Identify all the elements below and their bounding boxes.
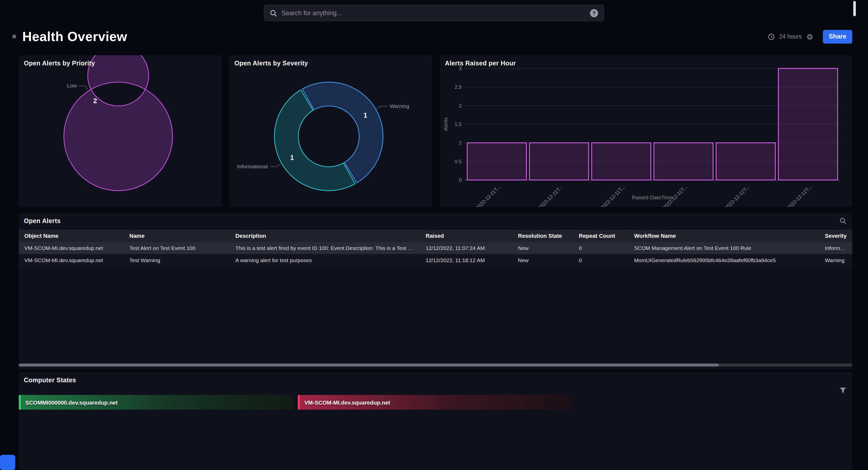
scrollbar-thumb[interactable] xyxy=(19,364,719,367)
chart-text: Informational xyxy=(237,164,268,169)
gear-icon[interactable]: ⚙ xyxy=(806,33,813,40)
chart-text: 2022-12-11T... xyxy=(537,184,564,207)
column-header[interactable]: Name xyxy=(124,233,230,239)
column-header[interactable]: Workflow Name xyxy=(628,233,819,239)
search-input[interactable] xyxy=(282,9,585,16)
table-search-icon[interactable] xyxy=(840,217,846,224)
panel-title: Computer States xyxy=(24,377,76,384)
bar-segment[interactable] xyxy=(529,143,588,180)
table-cell: New xyxy=(513,245,573,251)
chart-text: 0 xyxy=(459,177,462,183)
chart-text: 1 xyxy=(364,111,367,119)
table-cell: This is a test alert fired by event ID 1… xyxy=(230,245,420,251)
alerts-table-body: VM-SCOM-MI.dev.squaredup.netTest Alert o… xyxy=(19,242,852,266)
bar-segment[interactable] xyxy=(716,143,775,180)
bar-segment[interactable] xyxy=(778,68,838,180)
table-cell: MomUIGeneratedRuleb562995bfc464e28aafef6… xyxy=(628,257,819,263)
chart-text: 0.5 xyxy=(455,159,462,164)
table-cell: 0 xyxy=(573,245,628,251)
table-cell: Test Warning xyxy=(124,257,230,263)
chart-text: 2022-12-12T... xyxy=(785,184,813,207)
help-icon[interactable]: ? xyxy=(590,9,598,17)
chart-text: 2022-12-11T... xyxy=(599,184,626,207)
bar-segment[interactable] xyxy=(654,143,713,180)
donut-segment-low[interactable] xyxy=(64,55,173,191)
chart-text: 2022-12-12T... xyxy=(723,184,750,207)
table-cell: 0 xyxy=(573,257,628,263)
header-controls: 24 hours ⚙ Share xyxy=(768,30,852,43)
table-cell: Informational xyxy=(819,245,852,251)
panel-title: Open Alerts xyxy=(24,217,61,225)
column-header[interactable]: Object Name xyxy=(19,233,124,239)
bar-segment[interactable] xyxy=(467,143,526,180)
time-range-label[interactable]: 24 hours xyxy=(779,33,802,39)
panel-open-alerts: Open Alerts Object NameNameDescriptionRa… xyxy=(19,213,852,370)
computer-states-list: SCOMMI000000.dev.squaredup.netVM-SCOM-MI… xyxy=(19,395,572,410)
table-row[interactable]: VM-SCOM-MI.dev.squaredup.netTest Alert o… xyxy=(19,242,852,254)
panel-alerts-raised-per-hour: 00.511.522.532022-12-11T...2022-12-11T..… xyxy=(440,55,852,207)
table-cell: 12/12/2022, 11:07:24 AM xyxy=(420,245,513,251)
table-row[interactable]: VM-SCOM-MI.dev.squaredup.netTest Warning… xyxy=(19,254,852,266)
page-title: Health Overview xyxy=(22,29,127,44)
alerts-table-header: Object NameNameDescriptionRaisedResoluti… xyxy=(19,230,852,242)
table-cell: 12/12/2022, 11:18:12 AM xyxy=(420,257,513,263)
priority-donut-chart[interactable]: 2Low xyxy=(19,55,222,207)
panel-computer-states: Computer States SCOMMI000000.dev.squared… xyxy=(19,372,852,470)
column-header[interactable]: Raised xyxy=(420,233,513,239)
column-header[interactable]: Severity xyxy=(819,233,852,239)
alerts-table: Object NameNameDescriptionRaisedResoluti… xyxy=(19,230,852,266)
filter-icon[interactable] xyxy=(840,388,846,394)
panel-title: Alerts Raised per Hour xyxy=(445,60,516,67)
dashboard-screen: ? Health Overview 24 hours ⚙ Share 2Low … xyxy=(0,0,868,470)
panel-title: Open Alerts by Priority xyxy=(24,60,95,67)
column-header[interactable]: Resolution State xyxy=(513,233,573,239)
chart-text: 2022-12-11T... xyxy=(475,184,502,207)
chart-text: Warning xyxy=(390,103,409,109)
top-tile-row: 2Low Open Alerts by Priority 1Warning1In… xyxy=(19,55,852,207)
severity-donut-chart[interactable]: 1Warning1Informational xyxy=(229,55,432,207)
computer-state-block[interactable]: SCOMMI000000.dev.squaredup.net xyxy=(19,395,293,410)
table-cell: VM-SCOM-MI.dev.squaredup.net xyxy=(19,245,124,251)
title-bullet xyxy=(12,34,16,38)
table-cell: VM-SCOM-MI.dev.squaredup.net xyxy=(19,257,124,263)
share-button[interactable]: Share xyxy=(823,30,852,43)
column-header[interactable]: Description xyxy=(230,233,420,239)
global-search-bar[interactable]: ? xyxy=(264,5,604,21)
chart-text: 1.5 xyxy=(455,122,462,127)
computer-state-label: VM-SCOM-MI.dev.squaredup.net xyxy=(304,399,390,405)
chart-text: Low xyxy=(67,82,77,89)
panel-open-alerts-by-priority: 2Low Open Alerts by Priority xyxy=(19,55,222,207)
bar-segment[interactable] xyxy=(592,143,651,180)
chart-text: Raised DateTime xyxy=(632,195,673,200)
chart-text: 1 xyxy=(290,154,294,162)
table-cell: Test Alert on Test Event 100 xyxy=(124,245,230,251)
table-horizontal-scrollbar[interactable] xyxy=(19,364,852,367)
search-icon xyxy=(270,9,277,16)
page-header: Health Overview 24 hours ⚙ Share xyxy=(12,26,852,47)
chart-text: 2 xyxy=(93,97,97,105)
page-vertical-scrollbar-thumb[interactable] xyxy=(853,1,856,16)
clock-icon[interactable] xyxy=(768,33,775,40)
chart-text: 2.5 xyxy=(455,84,462,90)
table-cell: New xyxy=(513,257,573,263)
alerts-bar-chart[interactable]: 00.511.522.532022-12-11T...2022-12-11T..… xyxy=(440,55,852,207)
panel-open-alerts-by-severity: 1Warning1Informational Open Alerts by Se… xyxy=(229,55,432,207)
computer-state-block[interactable]: VM-SCOM-MI.dev.squaredup.net xyxy=(298,395,572,410)
column-header[interactable]: Repeat Count xyxy=(573,233,628,239)
table-cell: A warning alert for test purposes xyxy=(230,257,420,263)
dashboard-content: 2Low Open Alerts by Priority 1Warning1In… xyxy=(19,55,852,470)
chart-text: Alerts xyxy=(443,118,448,131)
chart-text: 2 xyxy=(459,103,462,108)
table-cell: SCOM Management Alert on Test Event 100 … xyxy=(628,245,819,251)
chart-text: 1 xyxy=(459,140,462,145)
blue-corner-button[interactable] xyxy=(0,455,15,470)
panel-title: Open Alerts by Severity xyxy=(235,60,308,67)
table-cell: Warning xyxy=(819,257,852,263)
computer-state-label: SCOMMI000000.dev.squaredup.net xyxy=(25,399,118,405)
